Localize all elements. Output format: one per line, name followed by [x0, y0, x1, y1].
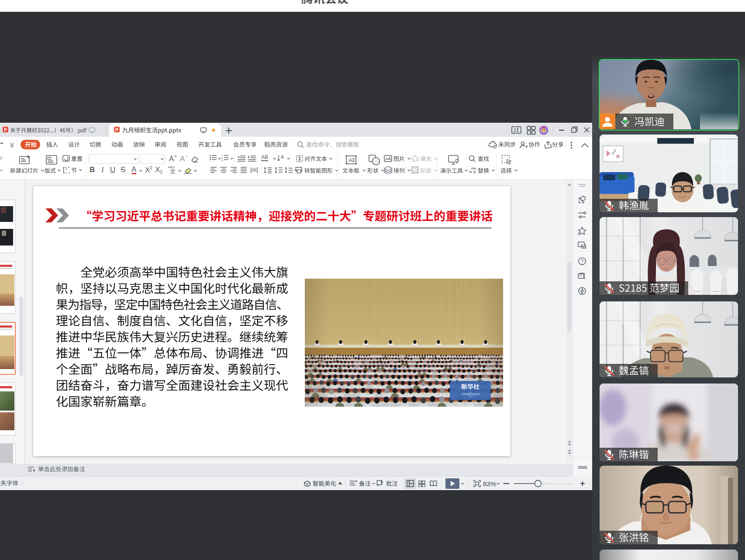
- svg-text:2: 2: [514, 128, 516, 133]
- svg-text:A: A: [348, 157, 352, 163]
- svg-text:B: B: [473, 170, 476, 174]
- svg-text:A: A: [281, 154, 284, 159]
- svg-text:P: P: [4, 128, 7, 132]
- svg-text:P: P: [115, 128, 118, 132]
- svg-text:?: ?: [581, 259, 583, 264]
- svg-text:3: 3: [221, 159, 223, 162]
- svg-text:XINHUA NEWS: XINHUA NEWS: [462, 393, 480, 395]
